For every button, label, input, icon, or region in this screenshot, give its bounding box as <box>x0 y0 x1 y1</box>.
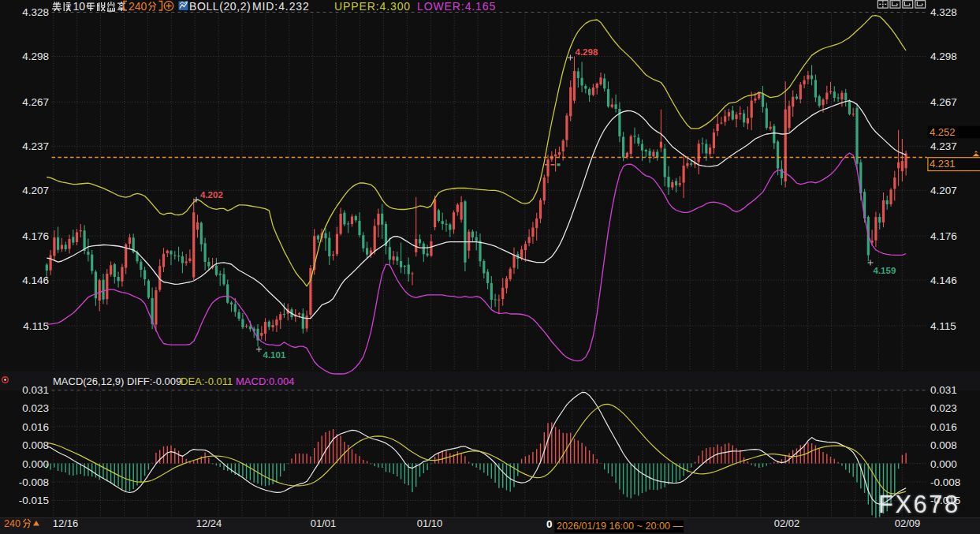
svg-text:0.023: 0.023 <box>930 402 957 414</box>
svg-text:4.176: 4.176 <box>22 230 49 242</box>
svg-text:4.159: 4.159 <box>874 266 896 275</box>
svg-text:MID:4.232: MID:4.232 <box>252 0 310 13</box>
svg-text:-0.008: -0.008 <box>19 476 49 488</box>
svg-text:4.298: 4.298 <box>22 50 49 62</box>
svg-text:240: 240 <box>129 0 147 13</box>
svg-text:4.298: 4.298 <box>576 47 598 57</box>
svg-text:4.176: 4.176 <box>930 230 957 242</box>
svg-text:4.328: 4.328 <box>930 6 957 18</box>
svg-text:BOLL(20,2): BOLL(20,2) <box>189 0 251 13</box>
svg-text:2026/01/19 16:00 ~ 20:00 —: 2026/01/19 16:00 ~ 20:00 — <box>557 521 683 532</box>
svg-text:0: 0 <box>546 518 553 530</box>
svg-text:02/09: 02/09 <box>895 517 921 529</box>
svg-text:10: 10 <box>73 0 86 13</box>
svg-text:12/24: 12/24 <box>196 517 222 529</box>
svg-text:01/10: 01/10 <box>417 517 443 529</box>
svg-text:-0.008: -0.008 <box>930 476 960 488</box>
svg-text:4.267: 4.267 <box>22 96 49 108</box>
svg-text:0.016: 0.016 <box>22 421 49 433</box>
svg-text:4.252: 4.252 <box>930 126 956 138</box>
svg-text:4.146: 4.146 <box>22 274 49 286</box>
svg-text:02/02: 02/02 <box>774 517 800 529</box>
svg-text:LOWER:4.165: LOWER:4.165 <box>417 0 496 13</box>
svg-text:4.115: 4.115 <box>23 320 49 332</box>
svg-text:0.023: 0.023 <box>22 402 49 414</box>
svg-text:4.146: 4.146 <box>930 274 957 286</box>
svg-text:0.031: 0.031 <box>22 384 49 396</box>
svg-text:4.202: 4.202 <box>200 190 223 200</box>
svg-text:4.115: 4.115 <box>930 320 956 332</box>
svg-text:UPPER:4.300: UPPER:4.300 <box>334 0 411 13</box>
svg-text:0.000: 0.000 <box>930 458 957 470</box>
svg-text:MACD(26,12,9) DIFF:-0.009: MACD(26,12,9) DIFF:-0.009 <box>53 375 181 387</box>
svg-text:DEA:-0.011: DEA:-0.011 <box>181 375 233 387</box>
svg-text:4.328: 4.328 <box>22 6 49 18</box>
svg-text:4.267: 4.267 <box>930 96 957 108</box>
svg-text:0.000: 0.000 <box>22 458 49 470</box>
svg-text:4.207: 4.207 <box>22 185 49 196</box>
svg-text:FX678: FX678 <box>878 491 960 518</box>
svg-text:4.237: 4.237 <box>930 140 957 152</box>
svg-text:0.008: 0.008 <box>930 439 957 451</box>
svg-text:-0.015: -0.015 <box>19 495 49 506</box>
svg-text:4.298: 4.298 <box>930 50 957 62</box>
svg-text:01/01: 01/01 <box>311 517 337 529</box>
svg-text:MACD:0.004: MACD:0.004 <box>236 375 294 387</box>
svg-text:240: 240 <box>4 518 20 529</box>
svg-text:4.237: 4.237 <box>22 140 49 152</box>
svg-text:4.101: 4.101 <box>263 350 286 360</box>
svg-text:4.231: 4.231 <box>930 158 956 170</box>
svg-text:0.008: 0.008 <box>22 439 49 451</box>
svg-text:4.207: 4.207 <box>930 185 957 196</box>
svg-text:12/16: 12/16 <box>53 517 79 529</box>
svg-text:0.031: 0.031 <box>930 384 957 396</box>
svg-text:0.016: 0.016 <box>930 421 957 433</box>
